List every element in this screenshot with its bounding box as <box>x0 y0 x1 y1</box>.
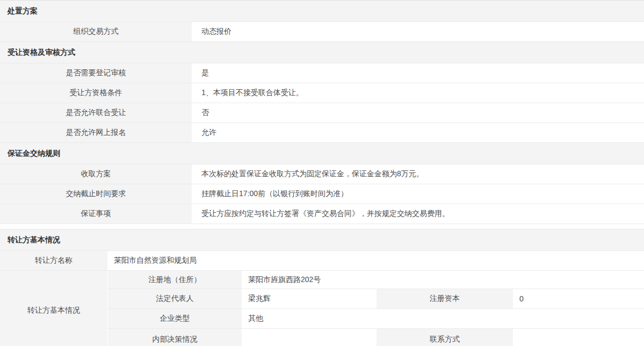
table-row: 保证事项 受让方应按约定与转让方签署《资产交易合同》，并按规定交纳交易费用。 <box>0 204 644 224</box>
section-header-transferee-qualification: 受让资格及审核方式 <box>0 42 644 63</box>
field-label-online-signup: 是否允许网上报名 <box>0 123 192 142</box>
field-value-legal-representative: 梁兆辉 <box>242 289 376 308</box>
table-row: 内部决策情况 联系方式 <box>107 329 644 346</box>
transferor-info-table: 转让方基本情况 转让方名称 莱阳市自然资源和规划局 转让方基本情况 注册地（住所… <box>0 229 644 346</box>
field-value-transferor-name: 莱阳市自然资源和规划局 <box>107 251 644 270</box>
nested-rows: 注册地（住所） 莱阳市旌旗西路202号 法定代表人 梁兆辉 注册资本 0 企业类… <box>107 271 644 346</box>
table-row: 是否允许网上报名 允许 <box>0 123 644 143</box>
field-label-payment-deadline: 交纳截止时间要求 <box>0 184 192 204</box>
section-header-transferor-basic-info: 转让方基本情况 <box>0 229 644 251</box>
field-label-trade-method: 组织交易方式 <box>0 22 192 41</box>
table-row: 转让方名称 莱阳市自然资源和规划局 <box>0 251 644 271</box>
field-label-collection-plan: 收取方案 <box>0 164 192 184</box>
section-header-deposit-rules: 保证金交纳规则 <box>0 143 644 164</box>
field-label-registered-address: 注册地（住所） <box>107 271 242 289</box>
field-label-contact-info: 联系方式 <box>376 329 513 346</box>
field-label-guarantee-matters: 保证事项 <box>0 204 192 224</box>
table-row: 组织交易方式 动态报价 <box>0 22 644 42</box>
field-value-registered-address: 莱阳市旌旗西路202号 <box>242 271 644 289</box>
table-row: 交纳截止时间要求 挂牌截止日17:00前（以银行到账时间为准） <box>0 184 644 204</box>
field-value-registered-capital: 0 <box>513 289 644 308</box>
field-value-trade-method: 动态报价 <box>192 22 644 41</box>
field-value-internal-decision <box>242 329 376 346</box>
table-row: 企业类型 其他 <box>107 309 644 329</box>
table-row: 注册地（住所） 莱阳市旌旗西路202号 <box>107 271 644 289</box>
field-label-company-type: 企业类型 <box>107 309 242 328</box>
table-row: 是否允许联合受让 否 <box>0 103 644 123</box>
table-row: 法定代表人 梁兆辉 注册资本 0 <box>107 289 644 309</box>
field-value-guarantee-matters: 受让方应按约定与转让方签署《资产交易合同》，并按规定交纳交易费用。 <box>192 204 644 224</box>
field-value-collection-plan: 本次标的处置保证金收取方式为固定保证金，保证金金额为8万元。 <box>192 164 644 184</box>
field-label-joint-transfer: 是否允许联合受让 <box>0 103 192 122</box>
section-header-disposal-plan: 处置方案 <box>0 1 644 22</box>
field-value-qualification-condition: 1、本项目不接受联合体受让。 <box>192 83 644 103</box>
field-label-legal-representative: 法定代表人 <box>107 289 242 308</box>
disposal-info-table: 处置方案 组织交易方式 动态报价 受让资格及审核方式 是否需要登记审核 是 受让… <box>0 0 644 224</box>
table-row: 收取方案 本次标的处置保证金收取方式为固定保证金，保证金金额为8万元。 <box>0 164 644 184</box>
field-label-registered-capital: 注册资本 <box>376 289 513 308</box>
transferor-detail-group: 转让方基本情况 注册地（住所） 莱阳市旌旗西路202号 法定代表人 梁兆辉 注册… <box>0 271 644 346</box>
group-span-label: 转让方基本情况 <box>0 271 107 346</box>
field-value-payment-deadline: 挂牌截止日17:00前（以银行到账时间为准） <box>192 184 644 204</box>
table-row: 受让方资格条件 1、本项目不接受联合体受让。 <box>0 83 644 103</box>
field-label-registration-review: 是否需要登记审核 <box>0 63 192 83</box>
field-value-contact-info <box>513 329 644 346</box>
listing-detail-page: 处置方案 组织交易方式 动态报价 受让资格及审核方式 是否需要登记审核 是 受让… <box>0 0 644 346</box>
field-value-registration-review: 是 <box>192 63 644 83</box>
table-row: 是否需要登记审核 是 <box>0 63 644 83</box>
field-label-internal-decision: 内部决策情况 <box>107 329 242 346</box>
field-value-online-signup: 允许 <box>192 123 644 142</box>
field-label-qualification-condition: 受让方资格条件 <box>0 83 192 103</box>
field-label-transferor-name: 转让方名称 <box>0 251 107 270</box>
field-value-company-type: 其他 <box>242 309 644 328</box>
field-value-joint-transfer: 否 <box>192 103 644 122</box>
section-gap <box>0 224 644 229</box>
